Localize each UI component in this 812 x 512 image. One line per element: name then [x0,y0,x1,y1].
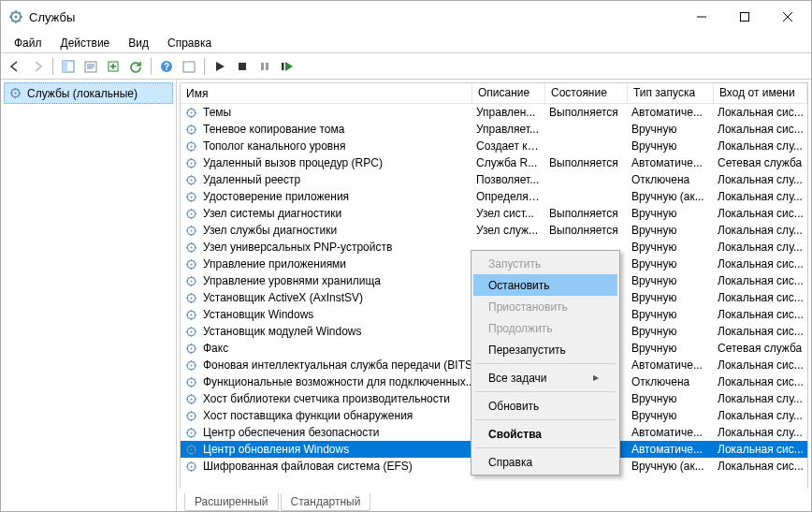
service-gear-icon [184,358,199,373]
service-row[interactable]: Теневое копирование томаУправляет...Вруч… [181,121,807,138]
svg-point-42 [190,314,192,315]
service-gear-icon [184,241,199,255]
minimize-button[interactable] [680,3,723,31]
service-name: Теневое копирование тома [203,123,344,136]
cm-start[interactable]: Запустить [473,253,617,274]
service-row[interactable]: Удаленный вызов процедур (RPC)Служба R..… [181,154,807,171]
col-name[interactable]: Имя [181,83,472,104]
service-gear-icon [184,207,199,221]
col-state[interactable]: Состояние [545,83,628,104]
service-startup: Вручную [628,257,714,271]
service-name: Установщик ActiveX (AxInstSV) [203,291,363,304]
toolbar: ? [1,53,811,80]
service-startup: Вручную [628,409,714,422]
service-row[interactable]: Удостоверение приложенияОпределяе...Вруч… [181,188,807,205]
service-logon: Локальная слу... [714,224,807,237]
service-logon: Локальная слу... [714,426,807,439]
service-state: Выполняется [545,156,628,169]
cm-separator [475,419,616,420]
service-logon: Локальная сис... [714,375,807,388]
col-startup[interactable]: Тип запуска [628,83,714,104]
restart-service-button[interactable] [277,56,297,77]
maximize-button[interactable] [723,3,766,31]
service-name: Управление уровнями хранилища [203,274,381,287]
tab-extended[interactable]: Расширенный [184,493,279,511]
cm-refresh[interactable]: Обновить [473,395,617,417]
service-desc: Узел служ... [472,224,545,237]
svg-point-20 [190,128,192,130]
export-button[interactable] [103,56,123,77]
back-button[interactable] [5,56,25,77]
cm-all-tasks[interactable]: Все задачи [473,367,617,388]
svg-point-38 [190,280,192,282]
service-row[interactable]: Узел системы диагностикиУзел сист...Выпо… [181,205,807,222]
service-name: Установщик Windows [203,308,313,321]
service-gear-icon [184,139,199,154]
cm-properties[interactable]: Свойства [473,423,617,445]
service-logon: Локальная сис... [714,443,807,456]
menu-help[interactable]: Справка [158,35,221,51]
service-startup: Автоматиче... [628,156,714,169]
service-name: Хост поставщика функции обнаружения [203,409,413,422]
service-row[interactable]: Узел службы диагностикиУзел служ...Выпол… [181,222,807,239]
service-name: Узел системы диагностики [203,207,341,220]
svg-rect-13 [266,63,268,70]
svg-point-52 [190,398,192,400]
window-titlebar: Службы [1,1,811,33]
cm-separator [475,391,616,392]
service-row[interactable]: Тополог канального уровняСоздает ка...Вр… [181,138,807,154]
cm-pause[interactable]: Приостановить [473,296,617,317]
start-service-button[interactable] [210,56,230,77]
refresh-button[interactable] [125,56,146,77]
tree-root-label: Службы (локальные) [27,87,138,100]
service-name: Удостоверение приложения [203,190,349,203]
service-row[interactable]: Удаленный реестрПозволяет...ОтключенаЛок… [181,171,807,188]
service-startup: Вручную (ак... [628,460,714,473]
close-button[interactable] [766,3,809,31]
service-gear-icon [184,190,199,204]
col-desc[interactable]: Описание [472,83,545,104]
service-gear-icon [184,274,199,288]
help-button[interactable]: ? [156,56,177,77]
col-logon[interactable]: Вход от имени [714,83,807,104]
svg-rect-12 [261,63,264,70]
service-name: Хост библиотеки счетчика производительно… [203,392,450,405]
service-gear-icon [184,123,199,137]
svg-text:?: ? [164,62,169,72]
cm-resume[interactable]: Продолжить [473,317,617,339]
show-hide-tree-button[interactable] [58,56,79,77]
svg-point-44 [190,330,192,332]
svg-point-60 [190,465,192,467]
item-properties-button[interactable] [179,56,199,77]
svg-point-34 [190,246,192,248]
menu-action[interactable]: Действие [51,35,120,51]
menu-view[interactable]: Вид [119,35,158,51]
service-startup: Вручную [628,291,714,304]
service-logon: Локальная слу... [714,173,807,186]
svg-point-48 [190,364,192,366]
service-gear-icon [184,257,199,271]
properties-button[interactable] [80,56,101,77]
service-startup: Вручную [628,241,714,254]
service-name: Факс [203,342,228,355]
service-startup: Вручную [628,224,714,237]
svg-point-36 [190,263,192,265]
service-logon: Локальная сис... [714,358,807,372]
menu-file[interactable]: Файл [5,35,51,51]
service-logon: Локальная сис... [714,106,807,119]
forward-button[interactable] [27,56,48,77]
service-logon: Локальная сис... [714,308,807,321]
service-name: Шифрованная файловая система (EFS) [203,460,413,473]
main-split: Службы (локальные) Имя Описание Состояни… [1,80,811,511]
toolbar-separator [151,58,152,75]
tree-root-services-local[interactable]: Службы (локальные) [4,82,173,104]
service-logon: Локальная сис... [714,325,807,338]
pause-service-button[interactable] [254,56,275,77]
stop-service-button[interactable] [232,56,253,77]
cm-stop[interactable]: Остановить [473,274,617,296]
service-row[interactable]: ТемыУправлен...ВыполняетсяАвтоматиче...Л… [181,104,807,121]
service-startup: Отключена [628,375,714,388]
cm-restart[interactable]: Перезапустить [473,339,617,360]
cm-help[interactable]: Справка [473,451,617,473]
tab-standard[interactable]: Стандартный [281,493,371,511]
